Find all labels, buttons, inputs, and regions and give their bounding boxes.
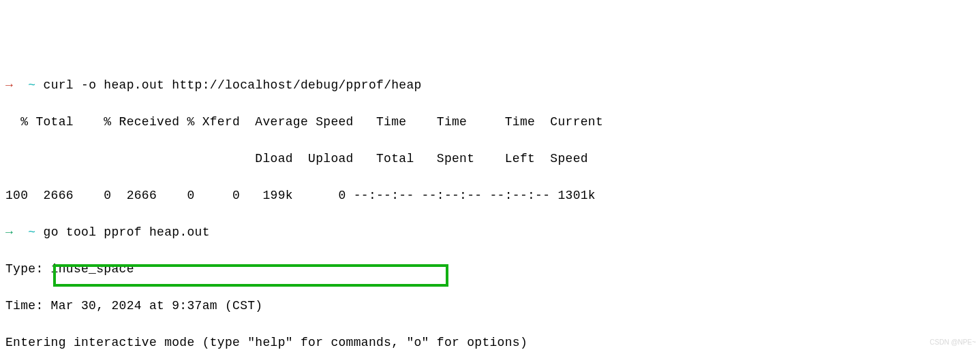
pprof-type: Type: inuse_space xyxy=(5,260,975,279)
prompt-tilde-icon: ~ xyxy=(28,78,35,92)
curl-progress: 100 2666 0 2666 0 0 199k 0 --:--:-- --:-… xyxy=(5,187,975,205)
watermark-label: CSDN @NPE~ xyxy=(930,337,976,347)
curl-header-2: Dload Upload Total Spent Left Speed xyxy=(5,150,975,168)
curl-header-1: % Total % Received % Xferd Average Speed… xyxy=(5,113,975,131)
prompt-tilde-icon: ~ xyxy=(28,225,35,239)
command-text: go tool pprof heap.out xyxy=(44,225,210,239)
command-line-2: → ~ go tool pprof heap.out xyxy=(5,223,975,242)
terminal-output[interactable]: → ~ curl -o heap.out http://localhost/de… xyxy=(5,58,975,350)
prompt-arrow-icon: → xyxy=(5,78,13,92)
prompt-arrow-icon: → xyxy=(5,225,13,239)
command-text: curl -o heap.out http://localhost/debug/… xyxy=(44,78,422,92)
command-line-1: → ~ curl -o heap.out http://localhost/de… xyxy=(5,76,975,95)
pprof-time: Time: Mar 30, 2024 at 9:37am (CST) xyxy=(5,297,975,315)
pprof-mode: Entering interactive mode (type "help" f… xyxy=(5,334,975,350)
